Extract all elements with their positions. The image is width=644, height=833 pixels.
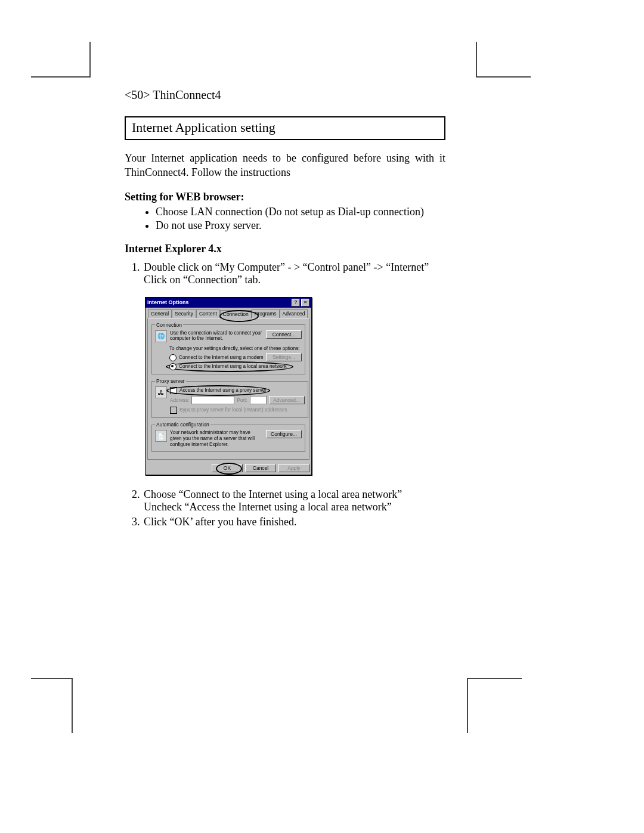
change-settings-text: To change your settings directly, select… [169, 346, 302, 352]
ie4-heading: Internet Explorer 4.x [125, 243, 445, 255]
intro-text: Your Internet application needs to be co… [125, 151, 445, 180]
close-button[interactable]: × [301, 299, 309, 306]
autoconfig-group: Automatic configuration 📄 Your network a… [151, 422, 305, 452]
settings-button[interactable]: Settings... [266, 353, 302, 361]
tab-connection[interactable]: Connection [220, 310, 252, 318]
autoconfig-text: Your network administrator may have give… [170, 430, 263, 448]
port-label: Port: [237, 398, 247, 404]
apply-button[interactable]: Apply [278, 464, 309, 472]
globe-icon: 🌐 [155, 330, 167, 342]
tab-programs[interactable]: Programs [252, 309, 280, 318]
connection-group: Connection 🌐 Use the connection wizard t… [151, 322, 305, 375]
tab-security[interactable]: Security [172, 309, 196, 318]
step-text: Uncheck “Access the Internet using a loc… [144, 501, 445, 513]
web-browser-heading: Setting for WEB browser: [125, 191, 445, 203]
step-item: Choose “Connect to the Internet using a … [143, 488, 445, 513]
group-legend: Connection [155, 322, 183, 328]
crop-mark [31, 678, 73, 733]
document-icon: 📄 [155, 430, 167, 442]
bypass-checkbox[interactable] [170, 407, 177, 414]
bypass-label: Bypass proxy server for local (Intranet)… [179, 407, 287, 413]
group-legend: Proxy server [155, 378, 186, 384]
tab-general[interactable]: General [148, 309, 172, 318]
ok-button[interactable]: OK [212, 464, 243, 472]
step-item: Double click on “My Computer” - > “Contr… [143, 261, 445, 286]
proxy-checkbox-label: Access the Internet using a proxy server [179, 388, 267, 394]
bullet-item: Do not use Proxy server. [156, 219, 445, 232]
proxy-icon: 🖧 [155, 386, 167, 398]
proxy-group: Proxy server 🖧 Access the Internet using… [151, 378, 308, 418]
tab-label: Connection [223, 311, 249, 317]
dialog-title: Internet Options [147, 299, 189, 305]
radio-modem-label: Connect to the Internet using a modem [179, 355, 264, 361]
page-header: <50> ThinConnect4 [125, 88, 445, 102]
tab-advanced[interactable]: Advanced [280, 309, 308, 318]
cancel-button[interactable]: Cancel [245, 464, 276, 472]
step-text: Click “OK’ after you have finished. [144, 516, 297, 528]
port-input[interactable] [250, 396, 267, 404]
wizard-text: Use the connection wizard to connect you… [170, 330, 263, 342]
internet-options-dialog: Internet Options ? × General Security Co… [145, 297, 312, 475]
advanced-button[interactable]: Advanced... [269, 396, 305, 404]
proxy-checkbox[interactable] [170, 387, 177, 394]
step-text: Choose “Connect to the Internet using a … [144, 488, 402, 500]
radio-modem[interactable] [169, 354, 177, 361]
crop-mark [467, 678, 522, 733]
radio-lan[interactable] [169, 363, 177, 370]
address-label: Address: [170, 398, 189, 404]
step-text: Double click on “My Computer” - > “Contr… [144, 261, 429, 273]
crop-mark [476, 42, 531, 78]
radio-lan-label: Connect to the Internet using a local ar… [179, 364, 302, 370]
help-button[interactable]: ? [292, 299, 300, 306]
step-item: Click “OK’ after you have finished. [143, 516, 445, 528]
group-legend: Automatic configuration [155, 422, 210, 428]
section-title: Internet Application setting [125, 116, 445, 140]
bullet-item: Choose LAN connection (Do not setup as D… [156, 206, 445, 218]
crop-mark [31, 42, 91, 78]
configure-button[interactable]: Configure... [266, 430, 302, 438]
address-input[interactable] [191, 396, 234, 404]
connect-button[interactable]: Connect... [266, 330, 302, 339]
tab-content[interactable]: Content [196, 309, 220, 318]
step-text: Click on “Connection” tab. [144, 274, 445, 286]
